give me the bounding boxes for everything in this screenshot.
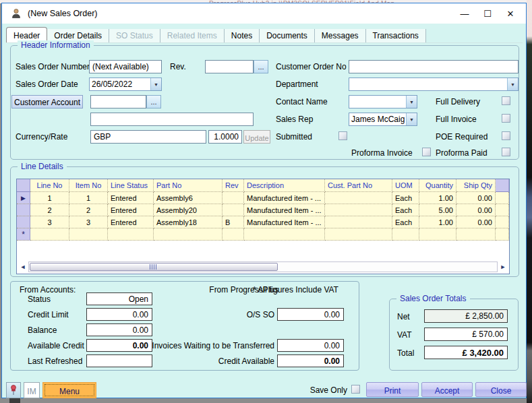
- close-button[interactable]: ✕: [499, 3, 522, 24]
- grid-cell[interactable]: [108, 228, 154, 241]
- grid-cell[interactable]: Each: [392, 192, 419, 204]
- grid-cell[interactable]: 0.00: [456, 204, 496, 216]
- grid-column-header[interactable]: Cust. Part No: [325, 179, 392, 192]
- scrollbar-track[interactable]: [28, 261, 498, 272]
- new-row-selector[interactable]: *: [17, 228, 30, 241]
- grid-cell[interactable]: [325, 228, 392, 241]
- table-row[interactable]: 33EnteredAssembly18BManufactured Item - …: [17, 216, 509, 228]
- grid-cell[interactable]: 0.00: [456, 192, 496, 204]
- grid-cell[interactable]: 1.00: [419, 192, 456, 204]
- rate-input[interactable]: [208, 130, 242, 144]
- grid-cell[interactable]: 2: [69, 204, 108, 216]
- customer-account-browse-button[interactable]: ...: [146, 95, 161, 108]
- grid-cell[interactable]: 1.00: [419, 216, 456, 228]
- customer-order-no-input[interactable]: [349, 60, 519, 73]
- grid-cell[interactable]: 1: [69, 192, 108, 204]
- scroll-right-icon[interactable]: ►: [498, 261, 508, 272]
- chevron-down-icon[interactable]: ▼: [406, 96, 417, 108]
- customer-account-input[interactable]: [90, 95, 146, 108]
- horizontal-scrollbar[interactable]: ◄ ►: [18, 261, 508, 272]
- scroll-left-icon[interactable]: ◄: [18, 261, 28, 272]
- tab-documents[interactable]: Documents: [260, 29, 315, 42]
- grid-cell[interactable]: Manufactured Item - ...: [244, 204, 325, 216]
- chevron-down-icon[interactable]: ▼: [406, 113, 417, 125]
- full-delivery-checkbox[interactable]: [502, 96, 510, 105]
- submitted-checkbox[interactable]: [338, 131, 347, 140]
- poe-required-checkbox[interactable]: [502, 131, 510, 140]
- sales-order-date-picker[interactable]: 26/05/2022 ▼: [89, 78, 162, 91]
- grid-cell[interactable]: 0.00: [456, 216, 496, 228]
- chevron-down-icon[interactable]: ▼: [150, 78, 161, 90]
- grid-cell[interactable]: 5.00: [419, 204, 456, 216]
- grid-cell[interactable]: [325, 216, 392, 228]
- customer-name-input[interactable]: [90, 113, 254, 126]
- rev-browse-button[interactable]: ...: [254, 60, 268, 73]
- contact-name-select[interactable]: ▼: [349, 95, 417, 108]
- proforma-paid-checkbox[interactable]: [502, 148, 510, 156]
- grid-cell[interactable]: [392, 228, 419, 241]
- rev-input[interactable]: [205, 60, 254, 73]
- grid-cell[interactable]: Manufactured Item - ...: [244, 216, 325, 228]
- grid-cell[interactable]: [223, 192, 244, 204]
- grid-cell[interactable]: Each: [392, 204, 419, 216]
- grid-cell[interactable]: [419, 228, 456, 241]
- row-selector[interactable]: [17, 204, 30, 216]
- grid-column-header[interactable]: UOM: [392, 179, 419, 192]
- grid-cell[interactable]: [30, 228, 69, 241]
- grid-cell[interactable]: [244, 228, 325, 241]
- currency-input[interactable]: [90, 130, 206, 144]
- grid-column-header[interactable]: Line No: [30, 179, 69, 192]
- pin-button[interactable]: [6, 382, 21, 398]
- grid-cell[interactable]: 2: [30, 204, 69, 216]
- grid-cell[interactable]: Entered: [108, 216, 154, 228]
- grid-column-header[interactable]: Description: [244, 179, 325, 192]
- grid-cell[interactable]: Manufactured item - ...: [244, 192, 325, 204]
- grid-cell[interactable]: 3: [30, 216, 69, 228]
- close-dialog-button[interactable]: Close: [475, 382, 527, 397]
- grid-cell[interactable]: Entered: [108, 204, 154, 216]
- proforma-invoice-checkbox[interactable]: [422, 148, 431, 156]
- grid-cell[interactable]: [325, 204, 392, 216]
- accept-button[interactable]: Accept: [421, 382, 473, 397]
- grid-column-header[interactable]: Ship Qty: [456, 179, 496, 192]
- chevron-down-icon[interactable]: ▼: [507, 78, 518, 90]
- minimize-button[interactable]: —: [453, 3, 476, 24]
- grid-cell[interactable]: Each: [392, 216, 419, 228]
- table-row[interactable]: ▶11EnteredAssembly6Manufactured item - .…: [17, 192, 509, 204]
- menu-button[interactable]: Menu: [42, 382, 96, 398]
- full-invoice-checkbox[interactable]: [502, 114, 510, 123]
- grid-cell[interactable]: Assembly20: [154, 204, 223, 216]
- grid-column-header[interactable]: Item No: [69, 179, 108, 192]
- grid-column-header[interactable]: Quantity: [419, 179, 456, 192]
- save-only-checkbox[interactable]: [351, 385, 360, 394]
- sales-rep-select[interactable]: James McCaig ▼: [349, 113, 417, 126]
- grid-cell[interactable]: [456, 228, 496, 241]
- grid-cell[interactable]: B: [223, 216, 244, 228]
- grid-cell[interactable]: 1: [30, 192, 69, 204]
- table-row[interactable]: *: [17, 228, 509, 241]
- grid-cell[interactable]: [325, 192, 392, 204]
- scrollbar-thumb[interactable]: [30, 263, 278, 271]
- sales-order-number-input[interactable]: [89, 60, 162, 73]
- grid-cell[interactable]: Assembly18: [154, 216, 223, 228]
- grid-cell[interactable]: [154, 228, 223, 241]
- grid-cell[interactable]: [223, 204, 244, 216]
- table-row[interactable]: 22EnteredAssembly20Manufactured Item - .…: [17, 204, 509, 216]
- grid-cell[interactable]: Assembly6: [154, 192, 223, 204]
- grid-column-header[interactable]: Part No: [154, 179, 223, 192]
- tab-messages[interactable]: Messages: [315, 29, 366, 42]
- row-selector[interactable]: [17, 216, 30, 228]
- grid-column-header[interactable]: Rev: [223, 179, 244, 192]
- grid-cell[interactable]: 3: [69, 216, 108, 228]
- grid-cell[interactable]: [69, 228, 108, 241]
- department-select[interactable]: ▼: [349, 78, 519, 91]
- grid-cell[interactable]: [223, 228, 244, 241]
- current-row-indicator[interactable]: ▶: [17, 192, 30, 204]
- customer-account-button[interactable]: Customer Account: [11, 95, 83, 108]
- tab-notes[interactable]: Notes: [225, 29, 260, 42]
- im-button[interactable]: IM: [24, 382, 40, 398]
- grid-cell[interactable]: Entered: [108, 192, 154, 204]
- tab-transactions[interactable]: Transactions: [366, 29, 426, 42]
- grid-column-header[interactable]: Line Status: [108, 179, 154, 192]
- maximize-button[interactable]: ☐: [476, 3, 499, 24]
